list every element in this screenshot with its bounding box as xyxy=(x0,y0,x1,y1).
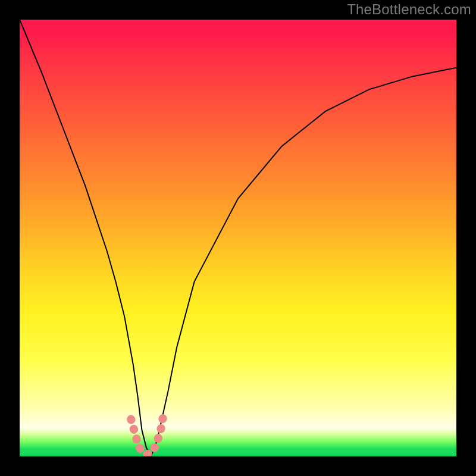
curve-svg xyxy=(20,20,456,456)
bottleneck-curve xyxy=(20,20,456,456)
chart-frame: TheBottleneck.com xyxy=(0,0,476,476)
watermark-text: TheBottleneck.com xyxy=(347,1,471,18)
plot-area xyxy=(20,20,456,456)
